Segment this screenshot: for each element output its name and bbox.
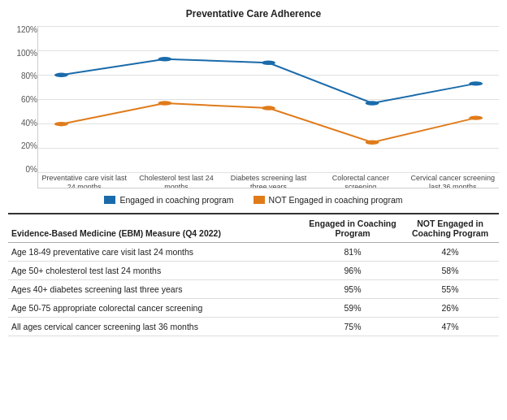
table-body: Age 18-49 preventative care visit last 2… <box>8 243 499 336</box>
svg-point-6 <box>158 101 171 105</box>
svg-point-8 <box>366 141 379 145</box>
table-row: Ages 40+ diabetes screening last three y… <box>8 280 499 299</box>
line-chart-svg <box>38 26 499 173</box>
chart-title: Preventative Care Adherence <box>8 8 499 19</box>
x-axis-label: Diabetes screening last three years <box>223 173 314 188</box>
chart-inner: Preventative care visit last 24 monthsCh… <box>37 26 499 188</box>
cell-measure: Age 18-49 preventative care visit last 2… <box>8 243 304 262</box>
col-header-engaged: Engaged in Coaching Program <box>304 214 401 243</box>
cell-notEngaged: 42% <box>401 243 499 262</box>
svg-point-0 <box>54 73 68 77</box>
y-axis: 0% 20% 40% 60% 80% 100% 120% <box>8 26 37 188</box>
table-header-row: Evidence-Based Medicine (EBM) Measure (Q… <box>8 214 499 243</box>
table-row: Age 50-75 appropriate colorectal cancer … <box>8 299 499 318</box>
legend-orange-label: NOT Engaged in coaching program <box>269 195 403 205</box>
legend-item-orange: NOT Engaged in coaching program <box>254 195 403 205</box>
col-header-not-engaged: NOT Engaged in Coaching Program <box>401 214 499 243</box>
legend-item-blue: Engaged in coaching program <box>104 195 233 205</box>
cell-notEngaged: 55% <box>401 280 499 299</box>
table-row: All ages cervical cancer screening last … <box>8 318 499 336</box>
cell-engaged: 59% <box>304 299 401 318</box>
cell-engaged: 96% <box>304 262 401 280</box>
x-axis-label: Colorectal cancer screening <box>314 173 406 188</box>
cell-engaged: 75% <box>304 318 401 336</box>
cell-engaged: 95% <box>304 280 401 299</box>
svg-point-1 <box>158 57 171 61</box>
legend-blue-box <box>104 196 115 204</box>
chart-legend: Engaged in coaching program NOT Engaged … <box>8 195 499 205</box>
x-axis-label: Cervical cancer screening last 36 months <box>407 173 499 188</box>
table-row: Age 18-49 preventative care visit last 2… <box>8 243 499 262</box>
svg-point-2 <box>262 61 275 65</box>
x-axis-label: Preventative care visit last 24 months <box>38 173 130 188</box>
cell-engaged: 81% <box>304 243 401 262</box>
x-labels: Preventative care visit last 24 monthsCh… <box>38 173 499 188</box>
table-row: Age 50+ cholesterol test last 24 months9… <box>8 262 499 280</box>
svg-point-5 <box>54 122 68 126</box>
ebm-table: Evidence-Based Medicine (EBM) Measure (Q… <box>8 214 499 336</box>
cell-measure: Age 50-75 appropriate colorectal cancer … <box>8 299 304 318</box>
cell-notEngaged: 26% <box>401 299 499 318</box>
svg-point-9 <box>469 115 483 119</box>
cell-measure: All ages cervical cancer screening last … <box>8 318 304 336</box>
col-header-measure: Evidence-Based Medicine (EBM) Measure (Q… <box>8 214 304 243</box>
svg-point-7 <box>262 106 275 110</box>
cell-measure: Age 50+ cholesterol test last 24 months <box>8 262 304 280</box>
cell-measure: Ages 40+ diabetes screening last three y… <box>8 280 304 299</box>
svg-point-3 <box>366 101 379 105</box>
table-section: Evidence-Based Medicine (EBM) Measure (Q… <box>8 213 499 336</box>
legend-orange-box <box>254 196 265 204</box>
cell-notEngaged: 58% <box>401 262 499 280</box>
cell-notEngaged: 47% <box>401 318 499 336</box>
svg-point-4 <box>469 81 483 85</box>
chart-area: 0% 20% 40% 60% 80% 100% 120% Preventativ… <box>8 26 499 188</box>
legend-blue-label: Engaged in coaching program <box>119 195 233 205</box>
x-axis-label: Cholesterol test last 24 months <box>130 173 222 188</box>
